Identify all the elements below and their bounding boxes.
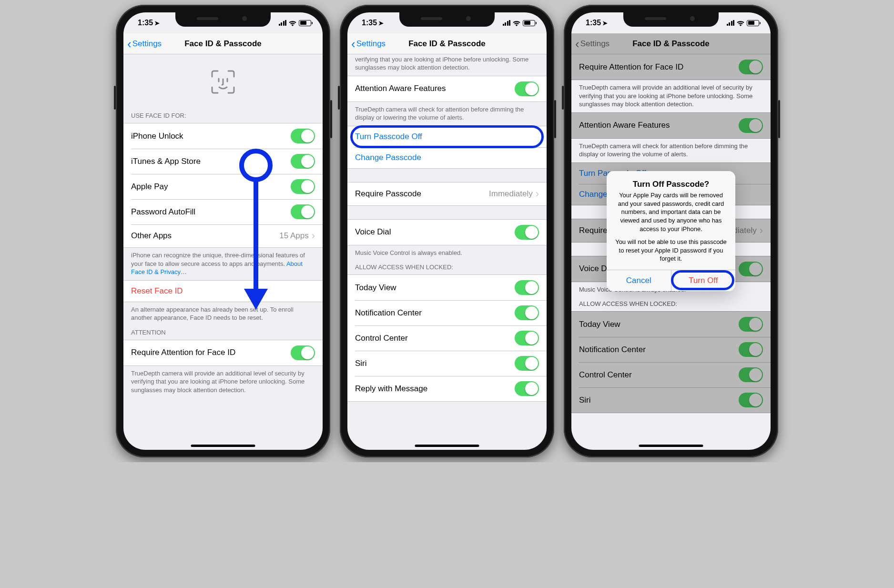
alert-message: Your Apple Pay cards will be removed and… [614,191,728,263]
location-icon: ➤ [154,20,160,27]
phone-1: 1:35➤ ‹Settings Face ID & Passcode USE F… [116,5,330,457]
chevron-left-icon: ‹ [127,38,132,50]
siri-label: Siri [355,359,515,368]
itunes-row[interactable]: iTunes & App Store [123,149,323,174]
notch [175,12,271,27]
cell-signal-icon [279,20,287,26]
apple-pay-label: Apple Pay [131,182,291,192]
location-icon: ➤ [378,20,384,27]
change-passcode-button[interactable]: Change Passcode [347,147,547,168]
password-autofill-row[interactable]: Password AutoFill [123,199,323,224]
page-title: Face ID & Passcode [408,39,486,49]
status-time: 1:35 [362,19,377,27]
today-view-label: Today View [355,283,515,293]
iphone-unlock-label: iPhone Unlock [131,132,291,141]
attention-aware-label: Attention Aware Features [355,84,515,93]
notification-center-label: Notification Center [355,308,515,318]
allow-access-header: ALLOW ACCESS WHEN LOCKED: [347,261,547,274]
truncated-attention-footer: TrueDepth camera will provide an additio… [347,54,547,76]
autofill-toggle[interactable] [291,204,315,219]
face-id-hero [123,54,323,109]
itunes-label: iTunes & App Store [131,157,291,166]
require-passcode-label: Require Passcode [355,189,489,199]
notification-center-toggle[interactable] [515,305,539,320]
control-center-label: Control Center [355,334,515,343]
other-apps-label: Other Apps [131,231,279,241]
voice-dial-label: Voice Dial [355,227,515,237]
iphone-unlock-row[interactable]: iPhone Unlock [123,123,323,149]
alert-cancel-button[interactable]: Cancel [607,270,671,291]
require-passcode-row[interactable]: Require PasscodeImmediately› [347,182,547,205]
control-center-toggle[interactable] [515,331,539,345]
chevron-right-icon: › [312,230,315,242]
control-center-row[interactable]: Control Center [347,325,547,351]
require-attention-footer: TrueDepth camera will provide an additio… [123,366,323,398]
nav-bar: ‹Settings Face ID & Passcode [123,33,323,54]
reply-message-row[interactable]: Reply with Message [347,376,547,401]
siri-row[interactable]: Siri [347,351,547,376]
apple-pay-row[interactable]: Apple Pay [123,174,323,199]
turn-passcode-off-button[interactable]: Turn Passcode Off [347,126,547,147]
cell-signal-icon [503,20,511,26]
face-id-icon [210,69,236,95]
require-attention-label: Require Attention for Face ID [131,348,291,357]
attention-aware-toggle[interactable] [515,81,539,96]
require-attention-row[interactable]: Require Attention for Face ID [123,340,323,365]
require-passcode-value: Immediately [489,189,533,199]
apple-pay-toggle[interactable] [291,179,315,194]
use-face-id-header: USE FACE ID FOR: [123,109,323,123]
today-view-toggle[interactable] [515,280,539,295]
settings-content[interactable]: USE FACE ID FOR: iPhone Unlock iTunes & … [123,54,323,443]
require-attention-toggle[interactable] [291,345,315,360]
page-title: Face ID & Passcode [184,39,262,49]
other-apps-row[interactable]: Other Apps15 Apps› [123,224,323,247]
nav-bar: ‹Settings Face ID & Passcode [347,33,547,54]
iphone-unlock-toggle[interactable] [291,129,315,143]
voice-dial-footer: Music Voice Control is always enabled. [347,245,547,261]
notification-center-row[interactable]: Notification Center [347,300,547,325]
reply-message-toggle[interactable] [515,381,539,396]
itunes-toggle[interactable] [291,154,315,169]
attention-header: ATTENTION [123,326,323,340]
wifi-icon [288,20,297,26]
attention-aware-footer: TrueDepth camera will check for attentio… [347,102,547,126]
reply-message-label: Reply with Message [355,384,515,394]
reset-footer: An alternate appearance has already been… [123,302,323,326]
voice-dial-toggle[interactable] [515,225,539,240]
wifi-icon [512,20,521,26]
other-apps-value: 15 Apps [279,231,308,241]
home-indicator[interactable] [415,445,479,447]
battery-icon [299,20,311,26]
back-label: Settings [132,39,162,49]
attention-aware-row[interactable]: Attention Aware Features [347,76,547,101]
use-face-id-footer: iPhone can recognize the unique, three-d… [123,248,323,280]
phone-2: 1:35➤ ‹Settings Face ID & Passcode TrueD… [340,5,554,457]
settings-content[interactable]: TrueDepth camera will provide an additio… [347,54,547,443]
status-time: 1:35 [138,19,153,27]
alert-backdrop: Turn Off Passcode? Your Apple Pay cards … [571,12,771,450]
notch [623,12,719,27]
phone-3: 1:35➤ ‹Settings Face ID & Passcode Requi… [564,5,778,457]
voice-dial-row[interactable]: Voice Dial [347,220,547,245]
back-label: Settings [356,39,386,49]
alert-title: Turn Off Passcode? [614,180,728,189]
autofill-label: Password AutoFill [131,207,291,217]
turn-off-passcode-alert: Turn Off Passcode? Your Apple Pay cards … [607,171,735,291]
back-button[interactable]: ‹Settings [347,38,386,50]
home-indicator[interactable] [191,445,255,447]
chevron-right-icon: › [536,188,539,200]
siri-toggle[interactable] [515,356,539,371]
back-button[interactable]: ‹Settings [123,38,162,50]
chevron-left-icon: ‹ [351,38,356,50]
reset-face-id-button[interactable]: Reset Face ID [123,281,323,302]
alert-turn-off-button[interactable]: Turn Off [671,270,736,291]
notch [399,12,495,27]
today-view-row[interactable]: Today View [347,275,547,300]
battery-icon [523,20,535,26]
